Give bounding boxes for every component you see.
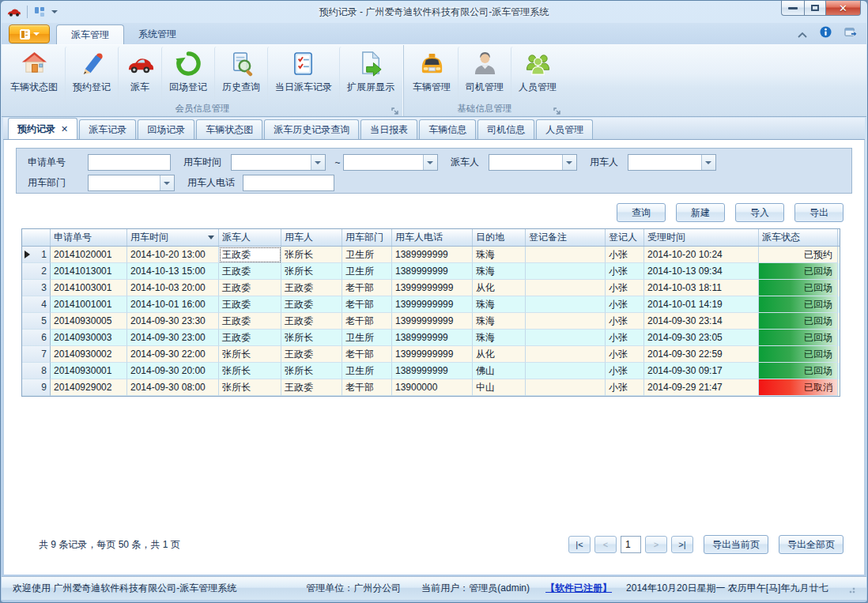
cell-order[interactable]: 20140929002: [51, 379, 127, 396]
table-row[interactable]: 9201409290022014-09-30 08:00张所长王政委老干部139…: [22, 379, 840, 396]
cell-dispatcher[interactable]: 张所长: [219, 346, 281, 363]
doc-tab-personnel-management[interactable]: 人员管理: [536, 119, 593, 139]
collapse-ribbon-icon[interactable]: [798, 27, 807, 41]
cell-time[interactable]: 2014-10-20 13:00: [127, 247, 219, 263]
maximize-button[interactable]: [804, 1, 825, 16]
ribbon-button-extended-screen[interactable]: 扩展屏显示: [339, 47, 402, 104]
cell-order[interactable]: 20141003001: [51, 280, 127, 296]
cell-user[interactable]: 张所长: [281, 363, 342, 379]
cell-phone[interactable]: 13999999999: [392, 296, 473, 313]
cell-dest[interactable]: 珠海: [473, 296, 526, 313]
table-row[interactable]: 8201409300012014-09-30 20:00张所长张所长卫生所138…: [22, 363, 840, 379]
cell-accept[interactable]: 2014-09-30 23:05: [644, 330, 759, 346]
cell-time[interactable]: 2014-10-03 20:00: [127, 280, 219, 296]
close-button[interactable]: ✕: [825, 1, 861, 16]
cell-phone[interactable]: 13999999999: [392, 280, 473, 296]
ribbon-button-today-dispatch-records[interactable]: 当日派车记录: [267, 47, 339, 104]
cell-accept[interactable]: 2014-09-30 22:59: [644, 346, 759, 363]
cell-order[interactable]: 20140930001: [51, 363, 127, 379]
cell-time[interactable]: 2014-09-30 22:00: [127, 346, 219, 363]
cell-phone[interactable]: 1389999999: [392, 363, 473, 379]
close-tab-icon[interactable]: ✕: [61, 124, 68, 134]
col-header-dept[interactable]: 用车部门: [342, 229, 392, 246]
layout-icon[interactable]: [32, 6, 47, 18]
doc-tab-daily-report[interactable]: 当日报表: [360, 119, 417, 139]
title-bar[interactable]: 预约记录 - 广州爱奇迪软件科技有限公司-派车管理系统 ✕: [1, 1, 867, 23]
status-cell[interactable]: 已预约: [759, 247, 838, 263]
cell-dept[interactable]: 卫生所: [342, 363, 392, 379]
row-header-cell[interactable]: 5: [22, 313, 51, 330]
last-page-button[interactable]: >|: [671, 536, 693, 553]
row-header-cell[interactable]: 9: [22, 379, 51, 396]
cell-order[interactable]: 20140930005: [51, 313, 127, 330]
cell-user[interactable]: 张所长: [281, 247, 342, 263]
col-header-dest[interactable]: 目的地: [473, 229, 526, 246]
cell-note[interactable]: [526, 346, 606, 363]
info-icon[interactable]: [820, 26, 832, 41]
dialog-launcher-icon[interactable]: [391, 105, 400, 114]
cell-note[interactable]: [526, 263, 606, 280]
status-cell[interactable]: 已回场: [759, 280, 838, 296]
col-header-phone[interactable]: 用车人电话: [392, 229, 473, 246]
cell-time[interactable]: 2014-10-13 15:00: [127, 263, 219, 280]
next-page-button[interactable]: >: [645, 536, 667, 553]
cell-accept[interactable]: 2014-10-13 09:34: [644, 263, 759, 280]
cell-phone[interactable]: 13900000: [392, 379, 473, 396]
user-phone-input[interactable]: [243, 175, 334, 191]
license-link[interactable]: 【软件已注册】: [545, 582, 612, 595]
row-header-cell[interactable]: 7: [22, 346, 51, 363]
cell-dept[interactable]: 老干部: [342, 379, 392, 396]
cell-dest[interactable]: 珠海: [473, 330, 526, 346]
cell-dispatcher[interactable]: 王政委: [219, 263, 281, 280]
cell-time[interactable]: 2014-09-30 23:00: [127, 330, 219, 346]
row-header-cell[interactable]: 4: [22, 296, 51, 313]
table-row[interactable]: 4201410010012014-10-01 16:00王政委王政委老干部139…: [22, 296, 840, 313]
doc-tab-dispatch-records[interactable]: 派车记录: [79, 119, 136, 139]
cell-dispatcher[interactable]: 张所长: [219, 379, 281, 396]
cell-time[interactable]: 2014-10-01 16:00: [127, 296, 219, 313]
ribbon-button-return-register[interactable]: 回场登记: [161, 47, 214, 104]
row-header-cell[interactable]: 3: [22, 280, 51, 296]
cell-note[interactable]: [526, 379, 606, 396]
query-button[interactable]: 查询: [617, 203, 666, 222]
cell-dest[interactable]: 中山: [473, 379, 526, 396]
page-number-input[interactable]: [621, 536, 641, 553]
row-header-cell[interactable]: 2: [22, 263, 51, 280]
doc-tab-return-records[interactable]: 回场记录: [138, 119, 194, 139]
quick-access-dropdown-icon[interactable]: [49, 9, 60, 15]
row-header-cell[interactable]: 1: [22, 247, 51, 263]
cell-note[interactable]: [526, 313, 606, 330]
col-header-dispatcher[interactable]: 派车人: [219, 229, 281, 246]
cell-dest[interactable]: 从化: [473, 346, 526, 363]
cell-dispatcher[interactable]: 王政委: [219, 280, 281, 296]
col-header-status[interactable]: 派车状态: [759, 229, 838, 246]
cell-user[interactable]: 张所长: [281, 263, 342, 280]
cell-dept[interactable]: 卫生所: [342, 263, 392, 280]
ribbon-button-dispatch[interactable]: 派车: [118, 47, 161, 104]
cell-accept[interactable]: 2014-10-20 10:24: [644, 247, 759, 263]
cell-user[interactable]: 王政委: [281, 296, 342, 313]
col-header-rowhdr[interactable]: [22, 229, 51, 246]
ribbon-tab-dispatch-management[interactable]: 派车管理: [56, 24, 124, 44]
cell-order[interactable]: 20141001001: [51, 296, 127, 313]
ribbon-button-vehicle-management[interactable]: 车辆管理: [406, 47, 458, 104]
col-header-user[interactable]: 用车人: [281, 229, 342, 246]
col-header-accept[interactable]: 受理时间: [644, 229, 759, 246]
app-car-icon[interactable]: [7, 6, 23, 18]
cell-note[interactable]: [526, 280, 606, 296]
import-button[interactable]: 导入: [735, 203, 784, 222]
switch-window-icon[interactable]: [844, 27, 857, 41]
export-button[interactable]: 导出: [794, 203, 843, 222]
cell-user[interactable]: 王政委: [281, 313, 342, 330]
ribbon-button-history-query[interactable]: 历史查询: [214, 47, 267, 104]
cell-registrar[interactable]: 小张: [606, 247, 644, 263]
dispatcher-combobox[interactable]: [489, 154, 577, 171]
cell-order[interactable]: 20141020001: [51, 247, 127, 263]
table-row[interactable]: 2201410130012014-10-13 15:00王政委张所长卫生所138…: [22, 263, 840, 280]
col-header-time[interactable]: 用车时间: [127, 229, 219, 246]
export-current-page-button[interactable]: 导出当前页: [704, 535, 768, 554]
cell-dept[interactable]: 老干部: [342, 346, 392, 363]
row-header-cell[interactable]: 8: [22, 363, 51, 379]
cell-dispatcher[interactable]: 张所长: [219, 363, 281, 379]
cell-user[interactable]: 王政委: [281, 379, 342, 396]
